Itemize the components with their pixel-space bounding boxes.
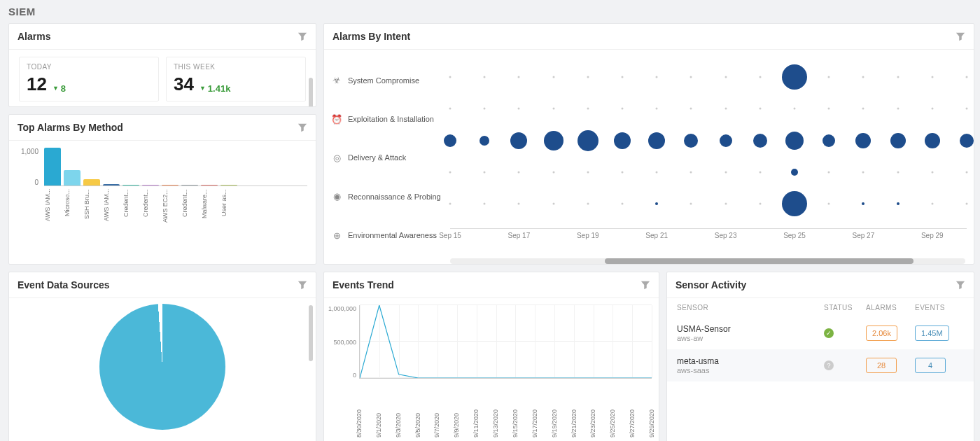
y-axis: 1,000,000500,0000	[327, 305, 356, 379]
bubble[interactable]	[782, 191, 807, 216]
filter-icon[interactable]	[955, 31, 965, 41]
bubble-chart: Sep 15Sep 17Sep 19Sep 21Sep 23Sep 25Sep …	[450, 61, 967, 255]
filter-icon[interactable]	[298, 122, 307, 132]
table-row[interactable]: meta-usmaaws-saas?284	[667, 349, 974, 382]
panel-title: Alarms By Intent	[332, 31, 410, 42]
category-icon: ◎	[331, 152, 342, 163]
grid-dot	[794, 108, 796, 110]
bubble[interactable]	[479, 136, 489, 146]
bubble[interactable]	[648, 132, 665, 149]
scrollbar[interactable]	[450, 258, 965, 264]
x-tick: Credent...	[122, 189, 139, 245]
y-tick: 0	[327, 372, 356, 379]
bubble[interactable]	[720, 134, 732, 147]
intent-category[interactable]: ☣System Compromise	[331, 75, 443, 86]
status-icon: ✓	[824, 328, 834, 338]
intent-category[interactable]: ⏰Exploitation & Installation	[331, 113, 443, 125]
bubble[interactable]	[897, 202, 899, 205]
bars	[44, 148, 307, 186]
sensor-table: SENSOR STATUS ALARMS EVENTS USMA-Sensora…	[667, 298, 974, 382]
scrollbar[interactable]	[309, 305, 313, 361]
scrollbar-thumb[interactable]	[605, 258, 914, 264]
bar[interactable]	[122, 185, 139, 186]
grid-dot	[449, 203, 451, 205]
bubble[interactable]	[822, 134, 835, 147]
grid-dot	[622, 203, 624, 205]
intent-category[interactable]: ◉Reconnaissance & Probing	[331, 191, 443, 202]
grid-dot	[552, 108, 554, 110]
grid-dot	[931, 171, 933, 173]
bar[interactable]	[103, 184, 120, 186]
bubble[interactable]	[655, 202, 658, 205]
bar[interactable]	[201, 185, 218, 186]
x-tick: SSH Bru...	[83, 189, 100, 245]
line-plot	[359, 305, 652, 379]
events-badge[interactable]: 4	[915, 358, 946, 373]
intent-category[interactable]: ⊕Environmental Awareness	[331, 230, 443, 241]
bar[interactable]	[83, 179, 100, 186]
bubble[interactable]	[890, 133, 906, 148]
scrollbar[interactable]	[309, 78, 313, 107]
filter-icon[interactable]	[955, 280, 965, 290]
grid-dot	[484, 108, 486, 110]
bubble[interactable]	[614, 132, 631, 149]
intent-body: ☣System Compromise⏰Exploitation & Instal…	[324, 50, 974, 262]
status-cell: ?	[824, 360, 866, 370]
bar[interactable]	[142, 185, 159, 186]
alarms-badge[interactable]: 28	[866, 358, 897, 373]
filter-icon[interactable]	[640, 280, 650, 290]
bar[interactable]	[220, 185, 237, 186]
bubble[interactable]	[862, 202, 864, 205]
bubble[interactable]	[855, 133, 871, 148]
bubble[interactable]	[960, 134, 974, 148]
x-tick: 9/27/2020	[629, 410, 636, 438]
grid-dot	[690, 171, 692, 173]
intent-category[interactable]: ◎Delivery & Attack	[331, 152, 443, 163]
bubble[interactable]	[791, 169, 798, 176]
pie-slice[interactable]	[99, 304, 225, 430]
bubble[interactable]	[753, 134, 767, 148]
events-cell: 4	[915, 358, 964, 373]
bar[interactable]	[181, 185, 198, 186]
x-tick: Credent...	[181, 189, 198, 245]
top-alarms-panel: Top Alarms By Method 1,0000 AWS IAM...Mi…	[8, 114, 316, 265]
trend-panel: Events Trend 1,000,000500,0000 8/30/2020…	[323, 272, 659, 441]
x-tick: 9/9/2020	[453, 413, 460, 438]
bubble[interactable]	[578, 130, 598, 151]
bar[interactable]	[162, 185, 178, 186]
x-tick: Sep 17	[508, 232, 531, 239]
filter-icon[interactable]	[298, 31, 307, 41]
bubble[interactable]	[544, 131, 564, 150]
table-row[interactable]: USMA-Sensoraws-aw✓2.06k1.45M	[667, 317, 974, 349]
col-status: STATUS	[824, 304, 866, 312]
table-body: USMA-Sensoraws-aw✓2.06k1.45Mmeta-usmaaws…	[667, 317, 974, 382]
y-tick: 1,000,000	[327, 305, 356, 312]
events-badge[interactable]: 1.45M	[915, 326, 949, 341]
alarms-badge[interactable]: 2.06k	[866, 326, 897, 341]
grid-dot	[656, 76, 658, 78]
today-stat[interactable]: TODAY 12 ▼8	[19, 57, 159, 102]
grid-dot	[449, 108, 451, 110]
grid-dot	[897, 108, 899, 110]
grid-dot	[587, 203, 589, 205]
filter-icon[interactable]	[298, 280, 307, 290]
bubble-row	[450, 125, 967, 156]
week-stat[interactable]: THIS WEEK 34 ▼1.41k	[166, 57, 306, 102]
x-tick: 9/13/2020	[492, 410, 499, 438]
bubble[interactable]	[785, 132, 804, 150]
x-tick: Microso...	[64, 189, 80, 245]
bubble[interactable]	[510, 132, 527, 149]
bubble[interactable]	[782, 64, 807, 90]
bar[interactable]	[44, 148, 61, 186]
grid-dot	[587, 171, 589, 173]
bubble[interactable]	[444, 134, 456, 147]
grid-dot	[966, 203, 968, 205]
bubble[interactable]	[925, 133, 940, 148]
category-icon: ◉	[331, 191, 342, 202]
bubble[interactable]	[684, 134, 698, 148]
bar[interactable]	[64, 170, 80, 186]
y-tick: 500,000	[327, 339, 356, 346]
panel-header: Events Trend	[324, 272, 659, 298]
grid-dot	[897, 171, 899, 173]
grid-dot	[587, 108, 589, 110]
